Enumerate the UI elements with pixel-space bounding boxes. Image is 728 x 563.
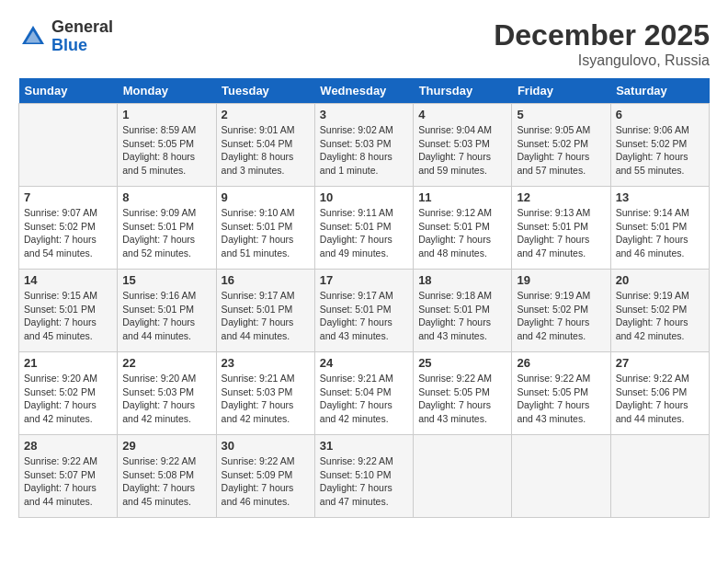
- calendar-cell: 1Sunrise: 8:59 AMSunset: 5:05 PMDaylight…: [118, 104, 216, 187]
- day-number: 12: [517, 190, 605, 204]
- calendar-cell: 8Sunrise: 9:09 AMSunset: 5:01 PMDaylight…: [118, 187, 216, 270]
- calendar-cell: 29Sunrise: 9:22 AMSunset: 5:08 PMDayligh…: [118, 435, 216, 518]
- calendar-cell: 6Sunrise: 9:06 AMSunset: 5:02 PMDaylight…: [610, 104, 709, 187]
- calendar-cell: 16Sunrise: 9:17 AMSunset: 5:01 PMDayligh…: [216, 270, 314, 352]
- calendar-cell: 11Sunrise: 9:12 AMSunset: 5:01 PMDayligh…: [414, 187, 512, 270]
- day-number: 30: [222, 439, 310, 453]
- day-info: Sunrise: 9:10 AMSunset: 5:01 PMDaylight:…: [222, 206, 310, 260]
- day-header-sunday: Sunday: [19, 78, 118, 104]
- day-number: 22: [122, 356, 210, 370]
- calendar-cell: 19Sunrise: 9:19 AMSunset: 5:02 PMDayligh…: [512, 270, 610, 352]
- day-number: 4: [418, 108, 506, 121]
- week-row-1: 1Sunrise: 8:59 AMSunset: 5:05 PMDaylight…: [19, 104, 710, 187]
- day-number: 16: [222, 273, 310, 287]
- day-info: Sunrise: 9:05 AMSunset: 5:02 PMDaylight:…: [517, 123, 605, 178]
- day-info: Sunrise: 9:09 AMSunset: 5:01 PMDaylight:…: [122, 206, 210, 260]
- logo: General Blue: [18, 18, 113, 55]
- title-block: December 2025 Isyangulovo, Russia: [494, 18, 710, 69]
- day-info: Sunrise: 9:12 AMSunset: 5:01 PMDaylight:…: [418, 206, 506, 260]
- day-info: Sunrise: 9:11 AMSunset: 5:01 PMDaylight:…: [320, 206, 408, 260]
- calendar-cell: 3Sunrise: 9:02 AMSunset: 5:03 PMDaylight…: [314, 104, 413, 187]
- day-info: Sunrise: 9:22 AMSunset: 5:07 PMDaylight:…: [24, 454, 112, 509]
- day-number: 25: [418, 356, 506, 370]
- calendar-cell: 10Sunrise: 9:11 AMSunset: 5:01 PMDayligh…: [314, 187, 413, 270]
- calendar-table: SundayMondayTuesdayWednesdayThursdayFrid…: [18, 78, 710, 518]
- day-number: 21: [24, 356, 112, 370]
- day-info: Sunrise: 9:16 AMSunset: 5:01 PMDaylight:…: [122, 289, 210, 343]
- calendar-cell: 7Sunrise: 9:07 AMSunset: 5:02 PMDaylight…: [19, 187, 118, 270]
- day-number: 11: [418, 190, 506, 204]
- day-info: Sunrise: 9:01 AMSunset: 5:04 PMDaylight:…: [222, 123, 310, 178]
- calendar-cell: 13Sunrise: 9:14 AMSunset: 5:01 PMDayligh…: [610, 187, 709, 270]
- day-header-monday: Monday: [118, 78, 216, 104]
- day-info: Sunrise: 9:17 AMSunset: 5:01 PMDaylight:…: [222, 289, 310, 343]
- calendar-cell: [414, 435, 512, 518]
- logo-icon: [18, 22, 48, 52]
- day-number: 10: [320, 190, 408, 204]
- week-row-2: 7Sunrise: 9:07 AMSunset: 5:02 PMDaylight…: [19, 187, 710, 270]
- day-info: Sunrise: 9:06 AMSunset: 5:02 PMDaylight:…: [616, 123, 704, 178]
- calendar-cell: 2Sunrise: 9:01 AMSunset: 5:04 PMDaylight…: [216, 104, 314, 187]
- calendar-cell: 26Sunrise: 9:22 AMSunset: 5:05 PMDayligh…: [512, 352, 610, 435]
- day-number: 28: [24, 439, 112, 453]
- calendar-cell: 30Sunrise: 9:22 AMSunset: 5:09 PMDayligh…: [216, 435, 314, 518]
- calendar-cell: 21Sunrise: 9:20 AMSunset: 5:02 PMDayligh…: [19, 352, 118, 435]
- day-number: 31: [320, 439, 408, 453]
- logo-blue-text: Blue: [51, 36, 87, 54]
- calendar-cell: 25Sunrise: 9:22 AMSunset: 5:05 PMDayligh…: [414, 352, 512, 435]
- day-info: Sunrise: 9:22 AMSunset: 5:10 PMDaylight:…: [320, 454, 408, 509]
- day-number: 23: [222, 356, 310, 370]
- day-number: 2: [222, 108, 310, 121]
- day-number: 19: [517, 273, 605, 287]
- calendar-cell: 9Sunrise: 9:10 AMSunset: 5:01 PMDaylight…: [216, 187, 314, 270]
- week-row-4: 21Sunrise: 9:20 AMSunset: 5:02 PMDayligh…: [19, 352, 710, 435]
- day-info: Sunrise: 9:15 AMSunset: 5:01 PMDaylight:…: [24, 289, 112, 343]
- day-number: 18: [418, 273, 506, 287]
- calendar-cell: 24Sunrise: 9:21 AMSunset: 5:04 PMDayligh…: [314, 352, 413, 435]
- day-number: 20: [616, 273, 704, 287]
- calendar-cell: 5Sunrise: 9:05 AMSunset: 5:02 PMDaylight…: [512, 104, 610, 187]
- day-info: Sunrise: 9:19 AMSunset: 5:02 PMDaylight:…: [616, 289, 704, 343]
- day-header-wednesday: Wednesday: [314, 78, 413, 104]
- logo-general-text: General: [51, 17, 113, 36]
- day-info: Sunrise: 9:04 AMSunset: 5:03 PMDaylight:…: [418, 123, 506, 178]
- month-title: December 2025: [494, 18, 710, 52]
- header-row: SundayMondayTuesdayWednesdayThursdayFrid…: [19, 78, 710, 104]
- location-text: Isyangulovo, Russia: [494, 52, 710, 69]
- calendar-cell: 17Sunrise: 9:17 AMSunset: 5:01 PMDayligh…: [314, 270, 413, 352]
- day-number: 27: [616, 356, 704, 370]
- day-number: 7: [24, 190, 112, 204]
- day-info: Sunrise: 9:21 AMSunset: 5:03 PMDaylight:…: [222, 372, 310, 426]
- day-info: Sunrise: 9:22 AMSunset: 5:08 PMDaylight:…: [122, 454, 210, 509]
- day-info: Sunrise: 9:07 AMSunset: 5:02 PMDaylight:…: [24, 206, 112, 260]
- day-number: 6: [616, 108, 704, 121]
- day-info: Sunrise: 9:18 AMSunset: 5:01 PMDaylight:…: [418, 289, 506, 343]
- day-number: 15: [122, 273, 210, 287]
- day-number: 9: [222, 190, 310, 204]
- day-info: Sunrise: 9:19 AMSunset: 5:02 PMDaylight:…: [517, 289, 605, 343]
- day-info: Sunrise: 9:22 AMSunset: 5:05 PMDaylight:…: [517, 372, 605, 426]
- calendar-cell: [610, 435, 709, 518]
- day-number: 3: [320, 108, 408, 121]
- day-number: 29: [122, 439, 210, 453]
- calendar-cell: 27Sunrise: 9:22 AMSunset: 5:06 PMDayligh…: [610, 352, 709, 435]
- day-info: Sunrise: 9:22 AMSunset: 5:06 PMDaylight:…: [616, 372, 704, 426]
- day-number: 5: [517, 108, 605, 121]
- calendar-cell: 14Sunrise: 9:15 AMSunset: 5:01 PMDayligh…: [19, 270, 118, 352]
- calendar-cell: 31Sunrise: 9:22 AMSunset: 5:10 PMDayligh…: [314, 435, 413, 518]
- day-info: Sunrise: 9:22 AMSunset: 5:09 PMDaylight:…: [222, 454, 310, 509]
- calendar-cell: 22Sunrise: 9:20 AMSunset: 5:03 PMDayligh…: [118, 352, 216, 435]
- day-info: Sunrise: 9:17 AMSunset: 5:01 PMDaylight:…: [320, 289, 408, 343]
- calendar-cell: [512, 435, 610, 518]
- day-number: 17: [320, 273, 408, 287]
- calendar-cell: 12Sunrise: 9:13 AMSunset: 5:01 PMDayligh…: [512, 187, 610, 270]
- calendar-cell: [19, 104, 118, 187]
- day-header-thursday: Thursday: [414, 78, 512, 104]
- calendar-cell: 23Sunrise: 9:21 AMSunset: 5:03 PMDayligh…: [216, 352, 314, 435]
- day-number: 14: [24, 273, 112, 287]
- day-number: 13: [616, 190, 704, 204]
- week-row-3: 14Sunrise: 9:15 AMSunset: 5:01 PMDayligh…: [19, 270, 710, 352]
- day-number: 8: [122, 190, 210, 204]
- day-header-saturday: Saturday: [610, 78, 709, 104]
- day-number: 1: [122, 108, 210, 121]
